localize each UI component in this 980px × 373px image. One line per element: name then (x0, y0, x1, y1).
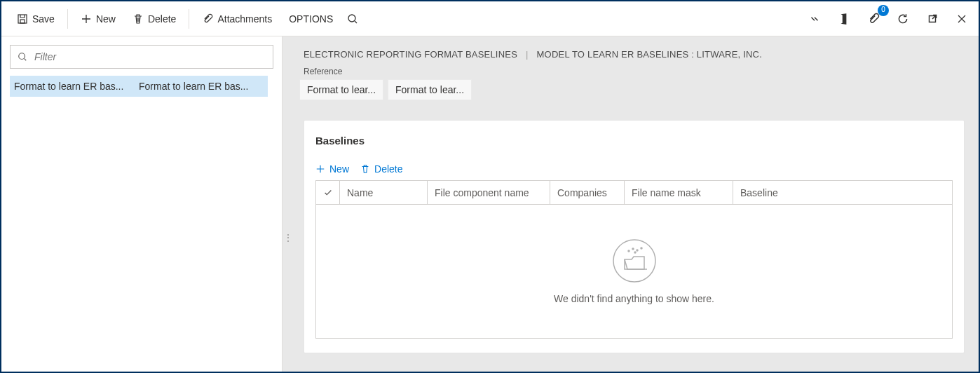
list-item[interactable]: Format to learn ER bas... Format to lear… (10, 76, 268, 97)
svg-point-7 (637, 250, 638, 251)
drag-handle-icon[interactable]: ⋮ (284, 233, 293, 243)
filter-input[interactable] (33, 50, 266, 63)
close-icon[interactable] (952, 9, 972, 29)
svg-point-6 (632, 248, 634, 250)
paperclip-icon (202, 13, 213, 25)
grid-empty-state: We didn't find anything to show here. (316, 205, 952, 338)
reference-label: Reference (294, 64, 967, 79)
grid-header-companies[interactable]: Companies (550, 181, 625, 204)
command-bar-right: 0 (805, 9, 972, 29)
search-button[interactable] (341, 6, 364, 32)
svg-point-3 (19, 53, 25, 60)
attachments-badge: 0 (878, 5, 889, 16)
breadcrumb-a[interactable]: ELECTRONIC REPORTING FORMAT BASELINES (304, 49, 517, 60)
delete-button[interactable]: Delete (124, 6, 184, 32)
separator (189, 9, 189, 29)
link-icon[interactable] (805, 9, 824, 29)
filter-box[interactable] (10, 45, 273, 69)
svg-point-4 (613, 240, 655, 282)
office-icon[interactable] (834, 9, 854, 29)
reference-values: Format to lear... Format to lear... (294, 79, 967, 100)
breadcrumb-sep: | (526, 49, 529, 60)
list-item-col0: Format to learn ER bas... (14, 81, 139, 92)
content: Format to learn ER bas... Format to lear… (1, 36, 979, 372)
save-button[interactable]: Save (8, 6, 63, 32)
grid-header-select[interactable] (316, 181, 340, 204)
svg-point-5 (628, 250, 629, 252)
baselines-grid: Name File component name Companies File … (315, 180, 953, 339)
search-icon (18, 52, 27, 62)
breadcrumb: ELECTRONIC REPORTING FORMAT BASELINES | … (294, 36, 967, 64)
plus-icon (81, 13, 92, 25)
baselines-card: Baselines New (304, 120, 965, 353)
card-new-label: New (329, 163, 349, 175)
left-panel: Format to learn ER bas... Format to lear… (1, 36, 282, 372)
card-delete-label: Delete (374, 163, 402, 175)
card-delete-button[interactable]: Delete (360, 163, 402, 175)
right-panel: ELECTRONIC REPORTING FORMAT BASELINES | … (282, 36, 979, 372)
new-button[interactable]: New (72, 6, 124, 32)
svg-point-9 (634, 252, 636, 253)
popout-icon[interactable] (923, 9, 942, 29)
breadcrumb-b[interactable]: MODEL TO LEARN ER BASELINES : LITWARE, I… (537, 49, 762, 60)
options-button[interactable]: OPTIONS (280, 6, 341, 32)
search-icon (347, 13, 358, 25)
reference-chip[interactable]: Format to lear... (388, 79, 472, 100)
attachments-count-button[interactable]: 0 (864, 9, 883, 29)
command-bar-left: Save New Delete (8, 6, 364, 32)
card-title: Baselines (304, 121, 964, 163)
attachments-button[interactable]: Attachments (193, 6, 280, 32)
card-toolbar: New Delete (304, 163, 964, 180)
delete-label: Delete (148, 13, 176, 25)
trash-icon (360, 164, 370, 174)
command-bar: Save New Delete (1, 1, 979, 36)
grid-header-name[interactable]: Name (340, 181, 428, 204)
svg-rect-1 (20, 20, 25, 23)
list-item-col1: Format to learn ER bas... (139, 81, 264, 92)
save-label: Save (32, 13, 55, 25)
svg-point-2 (348, 15, 355, 22)
new-label: New (96, 13, 116, 25)
reference-chip[interactable]: Format to lear... (299, 79, 383, 100)
svg-point-8 (641, 247, 642, 249)
card-new-button[interactable]: New (315, 163, 349, 175)
save-icon (17, 13, 28, 25)
svg-rect-0 (18, 15, 27, 23)
trash-icon (132, 13, 144, 25)
grid-empty-text: We didn't find anything to show here. (554, 293, 714, 304)
separator (67, 9, 68, 29)
grid-header-file-mask[interactable]: File name mask (625, 181, 733, 204)
empty-folder-icon (612, 238, 657, 283)
plus-icon (315, 164, 325, 174)
attachments-label: Attachments (217, 13, 272, 25)
refresh-icon[interactable] (893, 9, 913, 29)
options-label: OPTIONS (289, 13, 333, 25)
grid-header: Name File component name Companies File … (316, 181, 952, 205)
grid-header-file-component[interactable]: File component name (428, 181, 550, 204)
grid-header-baseline[interactable]: Baseline (733, 181, 952, 204)
